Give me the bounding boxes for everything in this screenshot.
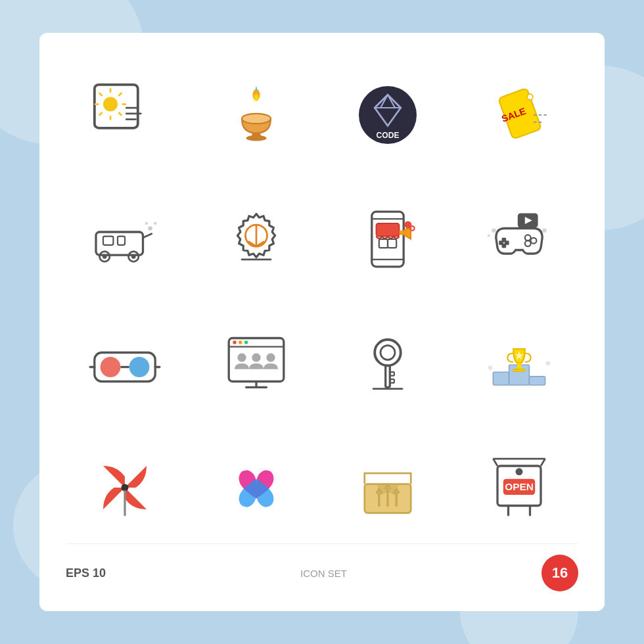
svg-line-32 xyxy=(143,233,152,238)
trophy-icon xyxy=(483,327,555,400)
svg-point-60 xyxy=(525,241,531,246)
bottom-bar: EPS 10 ICON SET 16 xyxy=(66,543,578,591)
badge-number: 16 xyxy=(541,555,578,591)
svg-point-65 xyxy=(542,228,547,233)
svg-point-17 xyxy=(246,135,267,141)
icon-cell-code: CODE xyxy=(329,59,447,170)
pinwheel-icon xyxy=(89,451,161,524)
svg-rect-88 xyxy=(493,372,509,385)
icon-cell-key xyxy=(329,308,447,419)
svg-point-1 xyxy=(103,97,118,111)
svg-rect-85 xyxy=(390,372,394,376)
svg-rect-50 xyxy=(388,239,396,248)
svg-rect-90 xyxy=(529,377,545,385)
gamepad-icon xyxy=(483,203,555,275)
mobile-shop-icon xyxy=(352,203,424,275)
svg-point-37 xyxy=(148,226,152,231)
svg-point-97 xyxy=(122,484,129,492)
key-icon xyxy=(352,327,424,400)
svg-point-15 xyxy=(242,113,271,123)
svg-point-63 xyxy=(492,228,496,233)
svg-point-109 xyxy=(516,469,523,476)
svg-rect-31 xyxy=(118,236,125,244)
svg-point-38 xyxy=(154,221,156,224)
svg-point-82 xyxy=(375,340,401,366)
code-diamond-icon: CODE xyxy=(352,79,424,151)
svg-point-78 xyxy=(252,354,260,362)
icon-cell-trophy xyxy=(460,308,578,419)
icon-cell-box-export xyxy=(329,432,447,543)
icon-cell-sale: SALE xyxy=(460,59,578,170)
svg-point-53 xyxy=(404,221,411,228)
svg-point-14 xyxy=(254,94,259,101)
icon-cell-caravan xyxy=(66,183,184,294)
eps-label: EPS 10 xyxy=(66,566,106,580)
icon-set-label: ICON SET xyxy=(300,568,347,579)
svg-point-83 xyxy=(380,346,395,360)
icon-cell-vr xyxy=(66,308,184,419)
svg-point-34 xyxy=(103,254,107,259)
svg-point-74 xyxy=(233,340,237,344)
svg-point-64 xyxy=(488,234,490,237)
svg-point-79 xyxy=(266,354,275,362)
svg-line-6 xyxy=(100,93,102,95)
dna-hearts-icon xyxy=(220,451,292,524)
svg-rect-48 xyxy=(376,223,399,237)
diya-lamp-icon xyxy=(220,79,292,151)
box-export-icon xyxy=(352,451,424,524)
svg-rect-93 xyxy=(513,369,525,371)
icon-cell-weather xyxy=(66,59,184,170)
icon-cell-peace-gear xyxy=(197,183,315,294)
weather-forecast-icon xyxy=(89,79,161,151)
icons-grid: CODE SALE xyxy=(66,59,578,543)
icon-cell-dna-hearts xyxy=(197,432,315,543)
svg-text:CODE: CODE xyxy=(377,131,400,140)
svg-point-68 xyxy=(129,357,150,377)
icon-cell-gamepad xyxy=(460,183,578,294)
svg-text:OPEN: OPEN xyxy=(505,482,534,493)
icon-cell-mobile-shop xyxy=(329,183,447,294)
svg-rect-86 xyxy=(390,379,394,383)
svg-line-106 xyxy=(493,459,497,466)
svg-line-8 xyxy=(119,93,121,95)
svg-rect-92 xyxy=(517,363,522,369)
svg-line-9 xyxy=(100,112,102,114)
icon-cell-web-dashboard xyxy=(197,308,315,419)
caravan-icon xyxy=(89,203,161,275)
svg-line-7 xyxy=(119,112,121,114)
icon-cell-diya xyxy=(197,59,315,170)
icon-cell-open-sign: OPEN xyxy=(460,432,578,543)
icon-cell-pinwheel xyxy=(66,432,184,543)
svg-rect-51 xyxy=(400,231,404,235)
svg-line-108 xyxy=(541,459,545,466)
svg-rect-84 xyxy=(386,365,390,387)
svg-point-77 xyxy=(237,354,246,362)
svg-point-76 xyxy=(244,340,248,344)
peace-gear-icon xyxy=(220,203,292,275)
web-dashboard-icon xyxy=(220,327,292,400)
svg-rect-30 xyxy=(103,236,113,244)
vr-glasses-icon xyxy=(89,327,161,400)
svg-point-25 xyxy=(527,94,533,100)
svg-point-36 xyxy=(131,254,136,259)
svg-point-96 xyxy=(546,361,551,366)
open-sign-icon: OPEN xyxy=(483,451,555,524)
sale-tag-icon: SALE xyxy=(483,79,555,151)
svg-point-39 xyxy=(145,221,148,224)
main-card: CODE SALE xyxy=(39,33,605,611)
svg-point-67 xyxy=(101,357,121,377)
svg-point-75 xyxy=(239,340,242,344)
svg-point-95 xyxy=(488,365,493,370)
svg-rect-57 xyxy=(502,243,507,248)
svg-point-59 xyxy=(531,238,537,244)
svg-point-58 xyxy=(525,235,531,241)
svg-rect-49 xyxy=(379,239,388,248)
